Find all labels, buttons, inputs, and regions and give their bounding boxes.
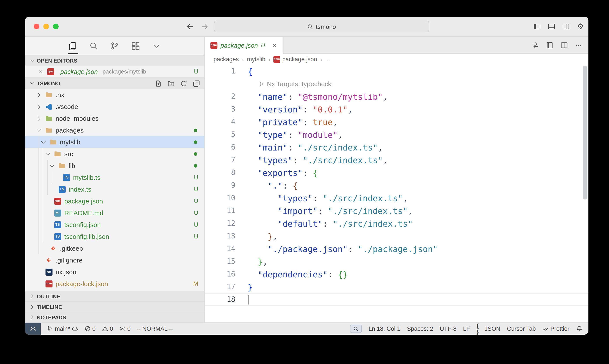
folder-icon: [54, 150, 61, 157]
tree-item-label: package-lock.json: [56, 280, 108, 287]
eol[interactable]: LF: [463, 325, 470, 332]
line-number: 13: [205, 232, 235, 240]
open-editor-path: packages/mytslib: [103, 68, 146, 75]
toggle-panel-button[interactable]: [548, 23, 555, 30]
broadcast-icon: [119, 326, 126, 332]
zoom-indicator[interactable]: [350, 325, 362, 333]
tree-item-lib[interactable]: lib: [25, 160, 204, 171]
tree-item-mytslib[interactable]: mytslib: [25, 136, 204, 148]
activity-extensions[interactable]: [131, 41, 140, 51]
tree-item-gitignore[interactable]: .gitignore: [25, 254, 204, 266]
cursor-tab[interactable]: Cursor Tab: [507, 325, 536, 332]
breadcrumb-packages[interactable]: packages: [213, 56, 239, 63]
chevron-down-icon[interactable]: [49, 162, 56, 169]
breadcrumb-[interactable]: ...: [325, 56, 330, 63]
new-file-button[interactable]: [155, 80, 162, 87]
navigate-back-button[interactable]: [186, 23, 194, 30]
open-changes-button[interactable]: [531, 41, 539, 49]
tree-item-readme-md[interactable]: M↓README.mdU: [25, 207, 204, 219]
tree-item-nx-json[interactable]: Nxnx.json: [25, 266, 204, 278]
history-navigation: [186, 17, 209, 36]
chevron-right-icon[interactable]: [35, 91, 42, 98]
language-mode[interactable]: { }JSON: [477, 325, 500, 332]
activity-source-control[interactable]: [110, 41, 119, 51]
activity-explorer[interactable]: [68, 41, 77, 51]
tree-item-node-modules[interactable]: node_modules: [25, 112, 204, 124]
open-preview-button[interactable]: [546, 41, 553, 49]
section-outline[interactable]: OUTLINE: [25, 291, 204, 301]
zoom-window-button[interactable]: [53, 24, 59, 29]
tree-item-index-ts[interactable]: TSindex.tsU: [25, 183, 204, 195]
radio-tower-count[interactable]: 0: [119, 325, 130, 332]
explorer-header[interactable]: TSMONO: [25, 78, 204, 89]
code-line-5: 5 "type": "module",: [205, 128, 588, 141]
tree-item-package-lock-json[interactable]: npmpackage-lock.jsonM: [25, 278, 204, 290]
breadcrumb-package-json[interactable]: npmpackage.json: [273, 56, 317, 63]
open-editors-header[interactable]: OPEN EDITORS: [25, 55, 204, 66]
tree-item-package-json[interactable]: npmpackage.jsonU: [25, 195, 204, 207]
section-notepads[interactable]: NOTEPADS: [25, 312, 204, 323]
tree-item-label: lib: [69, 162, 75, 169]
vim-mode[interactable]: -- NORMAL --: [137, 325, 173, 332]
chevron-down-icon[interactable]: [40, 139, 47, 145]
tree-item-gitkeep[interactable]: .gitkeep: [25, 242, 204, 254]
navigate-forward-button[interactable]: [201, 23, 209, 30]
encoding[interactable]: UTF-8: [440, 325, 456, 332]
tree-item-label: .gitkeep: [60, 245, 83, 252]
settings-button[interactable]: ⚙: [577, 23, 584, 30]
git-status-badge: U: [194, 233, 198, 240]
tab-package-json[interactable]: npm package.json U: [205, 37, 284, 54]
new-folder-button[interactable]: [168, 80, 175, 87]
open-editor-item-package-json[interactable]: npmpackage.jsonpackages/mytslibU: [25, 66, 204, 78]
tab-label: package.json: [220, 42, 258, 49]
close-tab-button[interactable]: [272, 42, 278, 48]
tree-item-tsconfig-lib-json[interactable]: TStsconfig.lib.jsonU: [25, 231, 204, 242]
indentation[interactable]: Spaces: 2: [407, 325, 433, 332]
breadcrumb-separator: ›: [242, 56, 244, 63]
tree-item-vscode[interactable]: .vscode: [25, 101, 204, 112]
close-window-button[interactable]: [34, 24, 39, 29]
warnings-count[interactable]: 0: [102, 325, 113, 332]
tree-item-tsconfig-json[interactable]: TStsconfig.jsonU: [25, 219, 204, 231]
tree-item-src[interactable]: src: [25, 148, 204, 160]
split-editor-button[interactable]: [560, 41, 568, 49]
code-line-2: 2 "name": "@tsmono/mytslib",: [205, 90, 588, 103]
command-center-search[interactable]: tsmono: [214, 21, 429, 32]
chevron-right-icon[interactable]: [35, 103, 42, 110]
chevron-down-icon[interactable]: [35, 127, 42, 134]
codelens-nx-targets[interactable]: Nx Targets: typecheck: [267, 80, 331, 88]
refresh-explorer-button[interactable]: [180, 80, 187, 87]
file-tree: .nx.vscodenode_modulespackagesmytslibsrc…: [25, 89, 204, 291]
scrollbar[interactable]: [583, 66, 587, 199]
minimize-window-button[interactable]: [43, 24, 49, 29]
activity-search[interactable]: [89, 41, 98, 51]
breadcrumb-mytslib[interactable]: mytslib: [247, 56, 265, 63]
ts-icon: TS: [58, 185, 66, 193]
npm-icon: npm: [273, 56, 280, 63]
git-branch[interactable]: main*: [47, 325, 78, 332]
toggle-primary-sidebar-button[interactable]: [533, 23, 541, 30]
more-actions-button[interactable]: [575, 41, 582, 49]
code-editor[interactable]: 1{Nx Targets: typecheck2 "name": "@tsmon…: [205, 65, 588, 323]
open-editor-file: package.json: [60, 68, 98, 75]
toggle-secondary-sidebar-button[interactable]: [562, 23, 570, 30]
chevron-right-icon: [29, 314, 35, 320]
git-status-badge: U: [194, 209, 198, 216]
activity-more[interactable]: [152, 41, 161, 51]
tree-item-packages[interactable]: packages: [25, 124, 204, 136]
bell-icon: [576, 326, 582, 332]
section-timeline[interactable]: TIMELINE: [25, 301, 204, 312]
close-icon[interactable]: [38, 69, 44, 74]
tree-item-nx[interactable]: .nx: [25, 89, 204, 101]
line-number: 10: [205, 194, 235, 202]
notifications[interactable]: [576, 326, 582, 332]
collapse-folders-button[interactable]: [193, 80, 200, 87]
remote-indicator[interactable]: [25, 323, 41, 335]
code-line-10: 10 "types": "./src/index.ts",: [205, 192, 588, 204]
formatter-prettier[interactable]: Prettier: [542, 325, 570, 332]
chevron-right-icon[interactable]: [35, 115, 42, 122]
cursor-position[interactable]: Ln 18, Col 1: [369, 325, 401, 332]
search-value: tsmono: [316, 23, 336, 30]
errors-count[interactable]: 0: [84, 325, 96, 332]
chevron-down-icon[interactable]: [44, 150, 51, 157]
